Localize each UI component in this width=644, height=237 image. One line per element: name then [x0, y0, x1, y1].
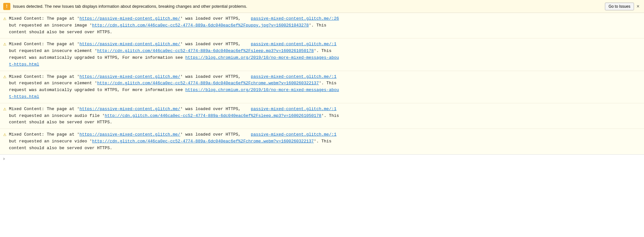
msg4-line1-mid: ' was loaded over HTTPS, [180, 107, 251, 111]
msg5-line2-before: but requested an insecure video ' [9, 139, 92, 144]
msg2-line1-mid: ' was loaded over HTTPS, [180, 42, 251, 46]
msg5-page-link[interactable]: https://passive-mixed-content.glitch.me/ [79, 132, 180, 137]
msg3-source-link[interactable]: passive-mixed-content.glitch.me/:1 [251, 74, 337, 79]
msg3-line3-before: request was automatically upgraded to HT… [9, 88, 185, 92]
msg1-line1-mid: ' was loaded over HTTPS, [180, 16, 251, 21]
go-to-issues-button[interactable]: Go to Issues [605, 3, 634, 10]
warning-triangle-icon: ⚠ [3, 16, 6, 22]
msg2-source-link[interactable]: passive-mixed-content.glitch.me/:1 [251, 42, 337, 46]
message-row: ⚠ Mixed Content: The page at 'https://pa… [0, 38, 644, 71]
msg3-line1-before: Mixed Content: The page at ' [9, 74, 79, 79]
close-issues-bar-button[interactable]: × [635, 4, 641, 9]
msg1-resource-link[interactable]: http://cdn.glitch.com/446ca0ec-cc52-4774… [92, 23, 309, 28]
issues-bar-left: ! Issues detected. The new Issues tab di… [3, 3, 247, 10]
message-content-1: Mixed Content: The page at 'https://pass… [9, 15, 641, 36]
msg2-line3-before: request was automatically upgraded to HT… [9, 55, 185, 60]
message-content-2: Mixed Content: The page at 'https://pass… [9, 41, 641, 68]
msg4-resource-link[interactable]: http://cdn.glitch.com/446ca0ec-cc52-4774… [105, 113, 321, 118]
message-content-3: Mixed Content: The page at 'https://pass… [9, 74, 641, 100]
warning-icon-box: ! [3, 3, 10, 10]
msg3-page-link[interactable]: https://passive-mixed-content.glitch.me/ [79, 74, 180, 79]
msg4-line1-before: Mixed Content: The page at ' [9, 107, 79, 111]
msg5-line1-before: Mixed Content: The page at ' [9, 132, 79, 137]
msg2-line1-before: Mixed Content: The page at ' [9, 42, 79, 46]
msg2-resource-link[interactable]: http://cdn.glitch.com/446ca0ec-cc52-4774… [97, 48, 314, 53]
chevron-right-icon[interactable]: › [3, 156, 5, 161]
warning-triangle-icon: ⚠ [3, 74, 6, 80]
msg4-line3: content should also be served over HTTPS… [9, 120, 112, 125]
msg4-line2-before: but requested an insecure audio file ' [9, 113, 105, 118]
issues-bar-text: Issues detected. The new Issues tab disp… [13, 4, 247, 9]
msg4-line2-after: '. This [321, 113, 339, 118]
msg1-source-link[interactable]: passive-mixed-content.glitch.me/:26 [251, 16, 339, 21]
msg5-source-link[interactable]: passive-mixed-content.glitch.me/:1 [251, 132, 337, 137]
msg3-line2-before: but requested an insecure element ' [9, 81, 97, 86]
msg1-line1-before: Mixed Content: The page at ' [9, 16, 79, 21]
warning-triangle-icon: ⚠ [3, 106, 6, 112]
msg1-page-link[interactable]: https://passive-mixed-content.glitch.me/ [79, 16, 180, 21]
msg1-line2-after: '. This [309, 23, 327, 28]
msg5-line3: content should also be served over HTTPS… [9, 146, 112, 150]
message-content-5: Mixed Content: The page at 'https://pass… [9, 131, 641, 151]
msg1-line2-before: but requested an insecure image ' [9, 23, 92, 28]
msg4-page-link[interactable]: https://passive-mixed-content.glitch.me/ [79, 107, 180, 111]
msg5-line1-mid: ' was loaded over HTTPS, [180, 132, 251, 137]
msg3-resource-link[interactable]: http://cdn.glitch.com/446ca0ec-cc52-4774… [97, 81, 319, 86]
message-row: ⚠ Mixed Content: The page at 'https://pa… [0, 103, 644, 129]
msg5-resource-link[interactable]: http://cdn.glitch.com/446ca0ec-cc52-4774… [92, 139, 314, 144]
msg4-source-link[interactable]: passive-mixed-content.glitch.me/:1 [251, 107, 337, 111]
warning-triangle-icon: ⚠ [3, 132, 6, 138]
msg2-line2-before: but requested an insecure element ' [9, 48, 97, 53]
bottom-bar: › [0, 154, 644, 163]
message-row: ⚠ Mixed Content: The page at 'https://pa… [0, 13, 644, 38]
message-row: ⚠ Mixed Content: The page at 'https://pa… [0, 71, 644, 103]
msg1-line3: content should also be served over HTTPS… [9, 30, 112, 35]
issues-notification-bar: ! Issues detected. The new Issues tab di… [0, 0, 644, 13]
msg2-line2-after: '. This [314, 48, 332, 53]
msg2-page-link[interactable]: https://passive-mixed-content.glitch.me/ [79, 42, 180, 46]
message-content-4: Mixed Content: The page at 'https://pass… [9, 106, 641, 126]
warning-triangle-icon: ⚠ [3, 41, 6, 47]
msg3-line1-mid: ' was loaded over HTTPS, [180, 74, 251, 79]
exclamation-icon: ! [5, 4, 8, 9]
messages-container: ⚠ Mixed Content: The page at 'https://pa… [0, 13, 644, 154]
message-row: ⚠ Mixed Content: The page at 'https://pa… [0, 129, 644, 154]
msg5-line2-after: '. This [314, 139, 332, 144]
msg3-line2-after: '. This [319, 81, 337, 86]
